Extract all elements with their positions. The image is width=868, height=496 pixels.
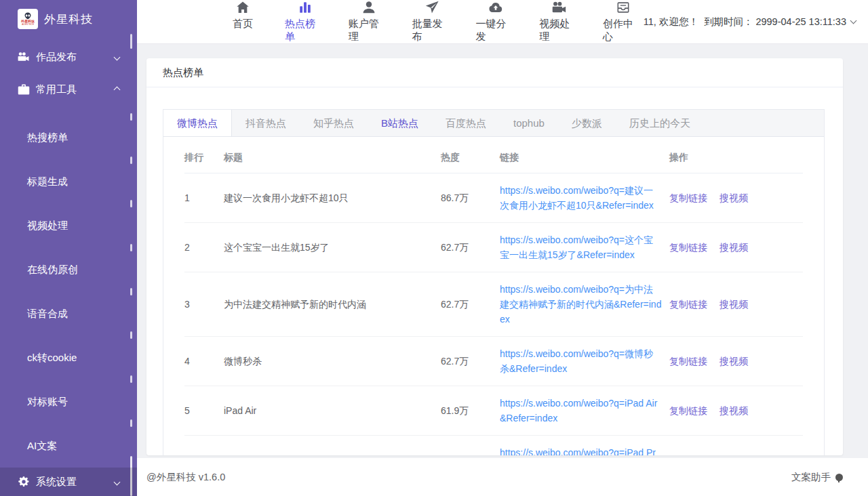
tab-bilibili-hot[interactable]: B站热点 (368, 110, 432, 136)
card-header: 热点榜单 (146, 58, 843, 87)
nav-creation-center[interactable]: 创作中心 (603, 0, 644, 43)
sidebar-group-label: 系统设置 (36, 476, 77, 489)
nav-label: 首页 (233, 18, 253, 30)
sidebar-scroll-mark (130, 419, 132, 427)
rank-cell (184, 435, 224, 455)
tab-douyin-hot[interactable]: 抖音热点 (232, 110, 300, 136)
sidebar-item-video-process[interactable]: 视频处理 (0, 203, 137, 247)
tab-history-today[interactable]: 历史上的今天 (616, 110, 704, 136)
weibo-link[interactable]: https://s.weibo.com/weibo?q=这个宝宝一出生就15岁了… (500, 232, 663, 262)
nav-video-process[interactable]: 视频处理 (539, 0, 580, 43)
sidebar-item-hot-list[interactable]: 热搜榜单 (0, 115, 137, 159)
rank-cell: 3 (184, 272, 224, 336)
nav-label: 一键分发 (475, 18, 516, 43)
heat-cell: 61.9万 (441, 386, 500, 435)
briefcase-icon (18, 83, 30, 96)
sidebar-scroll-mark (130, 113, 132, 121)
user-account-dropdown[interactable]: 11, 欢迎您！ 到期时间： 2999-04-25 13:11:33 (644, 16, 856, 28)
search-video-button[interactable]: 搜视频 (719, 299, 748, 310)
copy-link-button[interactable]: 复制链接 (669, 356, 707, 367)
nav-home[interactable]: 首页 (224, 0, 262, 43)
weibo-link[interactable]: https://s.weibo.com/weibo?q=为中法建交精神赋予新的时… (500, 282, 663, 327)
search-video-button[interactable]: 搜视频 (719, 405, 748, 416)
chevron-down-icon (114, 478, 121, 485)
col-header-heat: 热度 (441, 137, 500, 173)
app-window: 外星科技 ALIEN TECH 外星科技 作品发布 常用工具 (0, 0, 868, 496)
video-camera-icon (18, 51, 30, 63)
cloud-upload-icon (488, 0, 503, 15)
rank-cell: 4 (184, 336, 224, 386)
search-video-button[interactable]: 搜视频 (719, 242, 748, 253)
rank-cell: 1 (184, 173, 224, 222)
sidebar-group-settings[interactable]: 系统设置 (0, 468, 137, 496)
sidebar-group-publish[interactable]: 作品发布 (0, 41, 137, 73)
footer: @外星科技 v1.6.0 文案助手 (137, 458, 868, 496)
sidebar-group-label: 常用工具 (36, 83, 77, 96)
title-cell: 建议一次食用小龙虾不超10只 (224, 173, 441, 222)
tab-baidu-hot[interactable]: 百度热点 (432, 110, 500, 136)
sidebar-scroll-mark (130, 157, 132, 164)
copy-link-button[interactable]: 复制链接 (669, 405, 707, 416)
nav-one-click-distribute[interactable]: 一键分发 (475, 0, 516, 43)
top-navigation: 首页 热点榜单 账户管理 (224, 0, 644, 43)
table-row: 4 微博秒杀 62.7万 https://s.weibo.com/weibo?q… (184, 336, 803, 386)
sidebar-item-ai-copywriting[interactable]: AI文案 (0, 423, 137, 468)
copy-link-button[interactable]: 复制链接 (669, 192, 707, 203)
tabs-panel: 微博热点 抖音热点 知乎热点 B站热点 百度热点 tophub 少数派 历史上的… (163, 109, 825, 455)
weibo-link[interactable]: https://s.weibo.com/weibo?q=微博秒杀&Refer=i… (500, 346, 663, 376)
assistant-label: 文案助手 (791, 471, 831, 484)
tab-tophub[interactable]: tophub (500, 110, 558, 136)
chevron-down-icon (850, 18, 857, 24)
copywriting-assistant-button[interactable]: 文案助手 (791, 471, 843, 484)
balloon-icon (835, 474, 843, 481)
tab-zhihu-hot[interactable]: 知乎热点 (300, 110, 368, 136)
heat-cell: 62.7万 (441, 222, 500, 272)
chevron-down-icon (114, 54, 121, 60)
logo-subtext: ALIEN TECH (22, 23, 34, 26)
nav-label: 创作中心 (603, 18, 644, 43)
nav-label: 视频处理 (539, 18, 580, 43)
logo-row: 外星科技 ALIEN TECH 外星科技 (0, 0, 137, 38)
table-row: https://s.weibo.com/weibo?q=iPad Pr (184, 435, 803, 455)
nav-batch-publish[interactable]: 批量发布 (412, 0, 453, 43)
nav-label: 账户管理 (349, 18, 389, 43)
search-video-button[interactable]: 搜视频 (719, 356, 748, 367)
tab-sspai[interactable]: 少数派 (558, 110, 616, 136)
copy-link-button[interactable]: 复制链接 (669, 299, 707, 310)
sidebar-item-benchmark-account[interactable]: 对标账号 (0, 379, 137, 423)
copy-link-button[interactable]: 复制链接 (669, 242, 707, 253)
rank-cell: 2 (184, 222, 224, 272)
nav-label: 批量发布 (412, 18, 453, 43)
sidebar-scroll-mark (130, 34, 132, 49)
page-content: 热点榜单 微博热点 抖音热点 知乎热点 B站热点 百度热点 tophub 少数派… (137, 44, 868, 458)
sidebar-scroll-mark (130, 288, 132, 295)
title-cell (224, 435, 441, 455)
nav-hot-list[interactable]: 热点榜单 (285, 0, 326, 43)
tools-submenu: 热搜榜单 标题生成 视频处理 在线伪原创 语音合成 ck转cookie 对标账号… (0, 106, 137, 468)
sidebar-item-online-rewrite[interactable]: 在线伪原创 (0, 247, 137, 291)
card-body: 微博热点 抖音热点 知乎热点 B站热点 百度热点 tophub 少数派 历史上的… (146, 87, 843, 455)
title-cell: iPad Air (224, 386, 441, 435)
nav-account[interactable]: 账户管理 (349, 0, 389, 43)
weibo-link[interactable]: https://s.weibo.com/weibo?q=iPad Air&Ref… (500, 396, 663, 426)
weibo-link[interactable]: https://s.weibo.com/weibo?q=建议一次食用小龙虾不超1… (500, 183, 663, 213)
gear-icon (18, 476, 30, 488)
tab-weibo-hot[interactable]: 微博热点 (163, 110, 232, 136)
sidebar-scroll-mark (130, 200, 132, 207)
sidebar-group-tools[interactable]: 常用工具 (0, 73, 137, 106)
sidebar-scroll-mark (130, 244, 132, 251)
rank-cell: 5 (184, 386, 224, 435)
sidebar-item-title-gen[interactable]: 标题生成 (0, 159, 137, 203)
sidebar-item-ck-cookie[interactable]: ck转cookie (0, 335, 137, 379)
col-header-link: 链接 (500, 137, 669, 173)
sidebar-menu: 作品发布 常用工具 热搜榜单 标题生成 视频处理 在线伪原创 语音合成 ck转c… (0, 41, 137, 468)
paper-plane-icon (425, 0, 439, 15)
sidebar-item-voice-synth[interactable]: 语音合成 (0, 291, 137, 335)
search-video-button[interactable]: 搜视频 (719, 192, 748, 203)
title-cell: 微博秒杀 (224, 336, 441, 386)
sidebar-group-label: 作品发布 (36, 51, 77, 64)
user-icon (361, 0, 376, 15)
sidebar-scroll-mark (130, 331, 132, 339)
title-cell: 这个宝宝一出生就15岁了 (224, 222, 441, 272)
weibo-link[interactable]: https://s.weibo.com/weibo?q=iPad Pr (500, 445, 656, 456)
